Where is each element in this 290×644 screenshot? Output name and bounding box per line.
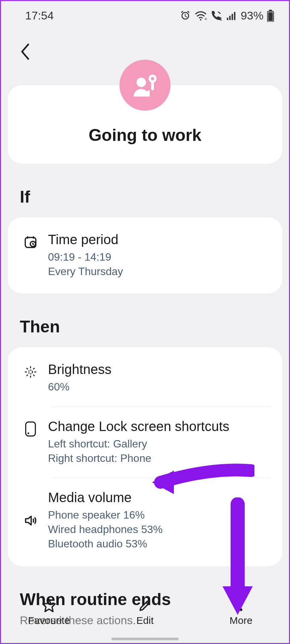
commute-icon <box>130 70 160 100</box>
svg-text:+: + <box>204 16 207 21</box>
svg-rect-6 <box>234 12 235 20</box>
home-indicator[interactable] <box>111 638 179 640</box>
battery-percent: 93% <box>241 9 263 22</box>
action-title: Change Lock screen shortcuts <box>48 419 268 434</box>
svg-rect-5 <box>232 14 233 20</box>
svg-point-11 <box>150 76 155 82</box>
svg-rect-9 <box>268 12 273 21</box>
svg-point-25 <box>28 432 29 434</box>
if-conditions-card: Time period 09:19 - 14:19 Every Thursday <box>8 217 282 293</box>
svg-rect-3 <box>227 17 228 20</box>
phone-shortcut-icon <box>24 421 37 437</box>
annotation-arrow-media-volume <box>150 457 254 501</box>
signal-icon <box>226 10 237 21</box>
svg-rect-24 <box>26 422 36 436</box>
action-sub1: Left shortcut: Gallery <box>48 437 268 451</box>
svg-line-21 <box>34 375 35 376</box>
svg-marker-31 <box>152 471 174 494</box>
wifi-icon: + <box>194 10 207 21</box>
bottom-favourite-label: Favourite <box>28 615 70 626</box>
status-icons: + 1 93% <box>180 9 274 22</box>
chevron-left-icon <box>18 42 32 61</box>
routine-avatar[interactable] <box>119 60 171 111</box>
brightness-icon <box>23 365 38 379</box>
svg-point-0 <box>200 19 201 20</box>
condition-sub1: 09:19 - 14:19 <box>48 250 268 264</box>
section-header-then: Then <box>1 293 289 347</box>
star-icon <box>42 598 56 613</box>
svg-line-20 <box>27 368 28 369</box>
call-icon: 1 <box>210 10 223 21</box>
annotation-arrow-more <box>214 497 261 618</box>
status-bar: 17:54 + 1 93% <box>1 1 289 25</box>
status-time: 17:54 <box>25 9 54 22</box>
bottom-edit-label: Edit <box>136 615 154 626</box>
routine-title-card: Going to work <box>8 85 282 164</box>
back-button[interactable] <box>15 42 35 62</box>
svg-marker-32 <box>223 586 253 615</box>
condition-title: Time period <box>48 232 268 247</box>
condition-time-period[interactable]: Time period 09:19 - 14:19 Every Thursday <box>8 220 282 291</box>
svg-marker-26 <box>43 599 55 612</box>
speaker-icon <box>23 513 38 528</box>
battery-icon <box>267 10 274 22</box>
action-title: Brightness <box>48 362 268 377</box>
action-sub1: 60% <box>48 380 268 394</box>
bottom-favourite[interactable]: Favourite <box>1 589 97 636</box>
section-header-if: If <box>1 164 289 217</box>
svg-line-22 <box>27 375 28 376</box>
calendar-clock-icon <box>23 235 38 249</box>
routine-title: Going to work <box>8 125 282 145</box>
pencil-icon <box>138 598 152 613</box>
svg-rect-4 <box>229 16 231 20</box>
svg-point-10 <box>137 78 146 87</box>
svg-line-23 <box>34 368 35 369</box>
condition-sub2: Every Thursday <box>48 264 268 279</box>
bottom-edit[interactable]: Edit <box>97 589 193 636</box>
svg-rect-12 <box>151 81 154 90</box>
svg-point-15 <box>29 370 32 374</box>
svg-text:1: 1 <box>220 16 222 21</box>
alarm-icon <box>180 10 191 21</box>
action-brightness[interactable]: Brightness 60% <box>8 350 282 406</box>
